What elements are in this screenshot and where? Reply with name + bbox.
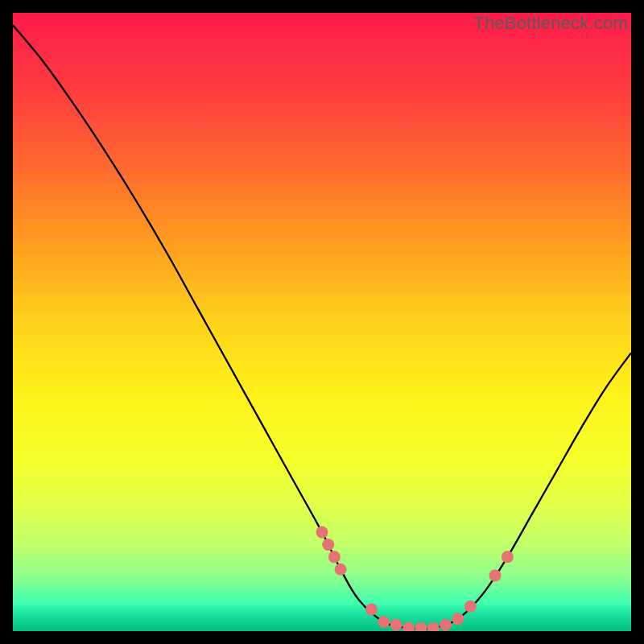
data-point xyxy=(502,551,514,563)
data-point xyxy=(316,526,328,539)
gradient-background xyxy=(13,13,631,631)
data-point xyxy=(328,551,341,563)
data-point xyxy=(378,616,390,628)
data-point xyxy=(489,569,502,581)
data-point xyxy=(322,539,334,551)
data-point xyxy=(464,601,477,613)
data-point xyxy=(452,613,464,625)
watermark-text: TheBottleneck.com xyxy=(473,13,628,34)
data-point xyxy=(390,619,402,631)
data-point xyxy=(335,564,347,576)
chart-svg xyxy=(13,13,631,631)
data-point xyxy=(365,604,378,616)
chart-frame: TheBottleneck.com xyxy=(13,13,631,631)
data-point xyxy=(440,619,452,631)
